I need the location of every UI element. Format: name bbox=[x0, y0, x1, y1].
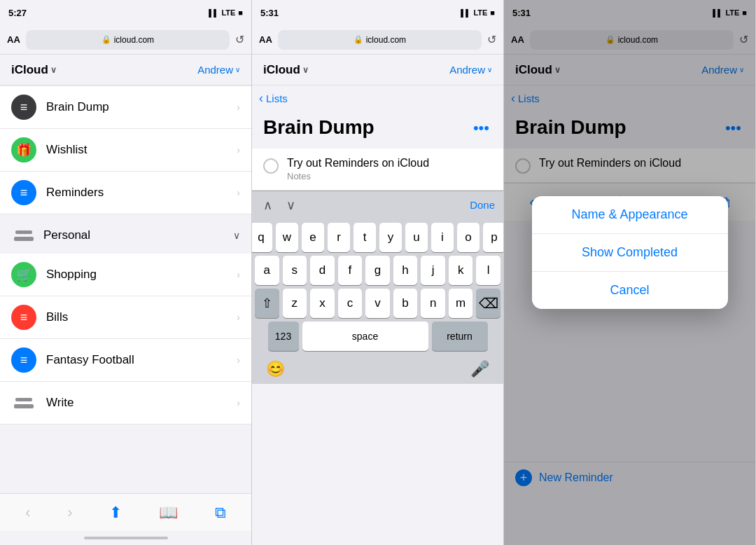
panel-lists: 5:27 ▌▌ LTE ■ AA 🔒 icloud.com ↺ iCloud ∨… bbox=[0, 0, 252, 545]
context-menu-overlay[interactable]: Name & Appearance Show Completed Cancel bbox=[504, 0, 755, 545]
emoji-button[interactable]: 😊 bbox=[258, 357, 293, 381]
kb-bottom-row: 😊 🎤 bbox=[255, 354, 500, 381]
key-return[interactable]: return bbox=[432, 322, 488, 351]
mic-button[interactable]: 🎤 bbox=[462, 357, 498, 381]
key-s[interactable]: s bbox=[283, 256, 307, 285]
key-w[interactable]: w bbox=[276, 223, 298, 252]
key-a[interactable]: a bbox=[255, 256, 279, 285]
list-label-bills: Bills bbox=[46, 310, 237, 324]
list-chevron-wishlist: › bbox=[237, 144, 240, 156]
key-j[interactable]: j bbox=[421, 256, 445, 285]
key-space[interactable]: space bbox=[302, 322, 428, 351]
kb-row-3: ⇧ z x c v b n m ⌫ bbox=[255, 289, 500, 318]
home-bar-1 bbox=[84, 537, 168, 539]
key-t[interactable]: t bbox=[354, 223, 376, 252]
key-shift[interactable]: ⇧ bbox=[255, 289, 279, 318]
nav-tabs-1[interactable]: ⧉ bbox=[206, 499, 234, 526]
stack-icon-personal bbox=[14, 230, 34, 241]
bills-icon-char: ≡ bbox=[20, 310, 28, 325]
key-d[interactable]: d bbox=[310, 256, 335, 285]
ctx-cancel[interactable]: Cancel bbox=[532, 272, 728, 309]
key-o[interactable]: o bbox=[457, 223, 479, 252]
ctx-name-appearance[interactable]: Name & Appearance bbox=[532, 196, 728, 234]
write-bar-bottom bbox=[14, 404, 34, 408]
icloud-header-1: iCloud ∨ Andrew ∨ bbox=[0, 55, 251, 85]
key-b[interactable]: b bbox=[393, 289, 418, 318]
reminder-circle-2 bbox=[263, 158, 279, 174]
key-g[interactable]: g bbox=[365, 256, 390, 285]
key-h[interactable]: h bbox=[393, 256, 418, 285]
key-num[interactable]: 123 bbox=[268, 322, 299, 351]
ctx-show-completed[interactable]: Show Completed bbox=[532, 234, 728, 272]
aa-button-2[interactable]: AA bbox=[259, 34, 272, 45]
kb-up-btn[interactable]: ∧ bbox=[260, 196, 275, 214]
key-k[interactable]: k bbox=[449, 256, 473, 285]
stack-icon-write bbox=[14, 398, 34, 408]
icloud-chevron-2: ∨ bbox=[302, 65, 309, 75]
list-chevron-brain-dump: › bbox=[237, 102, 240, 113]
key-u[interactable]: u bbox=[405, 223, 428, 252]
list-icon-wishlist: 🎁 bbox=[11, 137, 36, 163]
back-nav-2[interactable]: ‹ Lists bbox=[252, 85, 503, 111]
stack-bar-bottom bbox=[14, 237, 34, 241]
status-bar-2: 5:31 ▌▌ LTE ■ bbox=[252, 0, 503, 25]
group-chevron-personal: ∨ bbox=[233, 230, 240, 241]
reminder-item-2[interactable]: Try out Reminders on iCloud Notes bbox=[252, 149, 503, 191]
key-x[interactable]: x bbox=[310, 289, 335, 318]
nav-back-1[interactable]: ‹ bbox=[17, 499, 38, 526]
battery-icon-1: ■ bbox=[238, 8, 243, 17]
list-item-reminders[interactable]: ≡ Reminders › bbox=[0, 172, 251, 214]
kb-done-btn[interactable]: Done bbox=[470, 199, 495, 211]
url-box-1[interactable]: 🔒 icloud.com bbox=[26, 30, 230, 50]
key-c[interactable]: c bbox=[338, 289, 363, 318]
list-item-write[interactable]: Write › bbox=[0, 382, 251, 425]
list-item-brain-dump[interactable]: ≡ Brain Dump › bbox=[0, 85, 251, 129]
list-chevron-bills: › bbox=[237, 312, 240, 323]
signal-icon-1: ▌▌ bbox=[209, 9, 218, 17]
user-button-2[interactable]: Andrew ∨ bbox=[449, 64, 492, 76]
lock-icon-1: 🔒 bbox=[102, 35, 111, 44]
key-v[interactable]: v bbox=[365, 289, 390, 318]
group-header-personal[interactable]: Personal ∨ bbox=[0, 214, 251, 254]
list-item-shopping[interactable]: 🛒 Shopping › bbox=[0, 254, 251, 296]
key-r[interactable]: r bbox=[328, 223, 350, 252]
url-box-2[interactable]: 🔒 icloud.com bbox=[278, 30, 482, 50]
key-n[interactable]: n bbox=[421, 289, 445, 318]
list-label-fantasy: Fantasy Football bbox=[46, 353, 237, 367]
list-item-wishlist[interactable]: 🎁 Wishlist › bbox=[0, 129, 251, 172]
reload-button-1[interactable]: ↺ bbox=[235, 33, 244, 46]
wishlist-icon-char: 🎁 bbox=[16, 142, 31, 158]
context-menu: Name & Appearance Show Completed Cancel bbox=[532, 196, 728, 309]
nav-forward-1[interactable]: › bbox=[59, 499, 80, 526]
key-z[interactable]: z bbox=[283, 289, 307, 318]
key-i[interactable]: i bbox=[431, 223, 454, 252]
more-button-2[interactable]: ••• bbox=[470, 116, 492, 140]
home-indicator-1 bbox=[0, 531, 251, 545]
key-q[interactable]: q bbox=[252, 223, 272, 252]
key-l[interactable]: l bbox=[476, 256, 500, 285]
key-delete[interactable]: ⌫ bbox=[476, 289, 500, 318]
user-button-1[interactable]: Andrew ∨ bbox=[197, 64, 240, 76]
key-e[interactable]: e bbox=[302, 223, 324, 252]
icloud-title-1[interactable]: iCloud ∨ bbox=[11, 63, 57, 77]
reload-button-2[interactable]: ↺ bbox=[487, 33, 496, 46]
key-f[interactable]: f bbox=[338, 256, 363, 285]
brain-dump-icon-char: ≡ bbox=[20, 100, 28, 115]
icloud-title-2[interactable]: iCloud ∨ bbox=[263, 63, 309, 77]
key-y[interactable]: y bbox=[379, 223, 402, 252]
url-text-2: icloud.com bbox=[366, 35, 406, 45]
nav-share-1[interactable]: ⬆ bbox=[101, 499, 130, 526]
nav-book-1[interactable]: 📖 bbox=[150, 499, 186, 526]
key-m[interactable]: m bbox=[449, 289, 473, 318]
list-item-fantasy-football[interactable]: ≡ Fantasy Football › bbox=[0, 339, 251, 382]
signal-icon-2: ▌▌ bbox=[461, 9, 470, 17]
list-item-bills[interactable]: ≡ Bills › bbox=[0, 296, 251, 339]
kb-down-btn[interactable]: ∨ bbox=[284, 196, 298, 214]
panel-brain-dump: 5:31 ▌▌ LTE ■ AA 🔒 icloud.com ↺ iCloud ∨… bbox=[252, 0, 504, 545]
icloud-header-2: iCloud ∨ Andrew ∨ bbox=[252, 55, 503, 85]
icloud-chevron-1: ∨ bbox=[50, 65, 57, 75]
status-right-1: ▌▌ LTE ■ bbox=[209, 8, 243, 17]
key-p[interactable]: p bbox=[483, 223, 504, 252]
reminders-icon-char: ≡ bbox=[20, 186, 28, 200]
aa-button-1[interactable]: AA bbox=[7, 34, 20, 45]
